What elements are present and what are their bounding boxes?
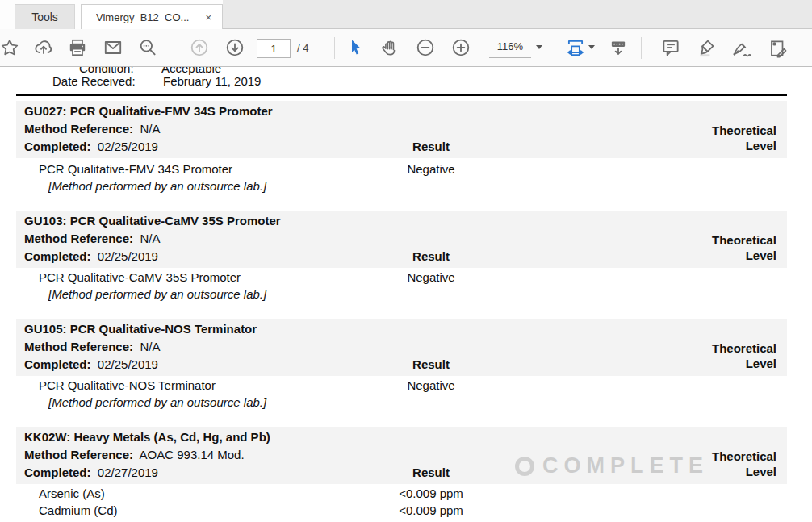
- method-reference-line: Method Reference: N/A: [24, 340, 160, 353]
- next-page-icon[interactable]: [224, 37, 245, 58]
- result-column-header: Result: [366, 249, 496, 263]
- analyte-name: PCR Qualitative-NOS Terminator: [39, 378, 216, 392]
- page-scrolling-icon[interactable]: [608, 37, 629, 58]
- zoom-out-icon[interactable]: [415, 37, 436, 58]
- section-header-gu105: GU105: PCR Qualitative-NOS Terminator Me…: [16, 319, 787, 376]
- close-icon[interactable]: ×: [203, 10, 214, 24]
- document-tab-title: Vimergy_B12_CO...: [96, 11, 203, 23]
- watermark-logo-icon: [515, 457, 534, 476]
- zoom-level-value: 116%: [489, 40, 531, 58]
- result-column-header: Result: [366, 140, 496, 153]
- outsource-note: [Method performed by an outsource lab.]: [48, 287, 266, 301]
- result-column-header: Result: [366, 357, 496, 371]
- method-reference-line: Method Reference: N/A: [24, 232, 160, 245]
- previous-page-icon[interactable]: [189, 37, 210, 58]
- hand-tool-icon[interactable]: [379, 37, 400, 58]
- theoretical-level-header: Theoretical Level: [712, 340, 776, 371]
- section-title: GU027: PCR Qualitative-FMV 34S Promoter: [24, 104, 273, 118]
- method-reference-line: Method Reference: AOAC 993.14 Mod.: [24, 448, 245, 461]
- fit-width-dropdown-icon[interactable]: [588, 45, 595, 49]
- theoretical-level-header: Theoretical Level: [712, 232, 776, 263]
- completed-line: Completed: 02/27/2019: [24, 466, 158, 479]
- section-title: GU105: PCR Qualitative-NOS Terminator: [24, 322, 257, 336]
- search-icon[interactable]: [137, 37, 158, 58]
- analyte-result: Negative: [366, 378, 496, 392]
- share-upload-icon[interactable]: [33, 37, 54, 58]
- tab-bar: Tools Vimergy_B12_CO... ×: [0, 0, 812, 29]
- comment-icon[interactable]: [660, 37, 681, 58]
- completed-line: Completed: 02/25/2019: [24, 140, 158, 153]
- tab-bar-fill: [223, 0, 812, 29]
- zoom-in-icon[interactable]: [450, 37, 471, 58]
- bookmark-star-icon[interactable]: [0, 37, 20, 58]
- tab-document[interactable]: Vimergy_B12_CO... ×: [81, 4, 223, 30]
- completed-line: Completed: 02/25/2019: [24, 357, 158, 371]
- method-reference-line: Method Reference: N/A: [24, 122, 160, 136]
- analyte-name: PCR Qualitative-CaMV 35S Promoter: [39, 270, 241, 284]
- result-column-header: Result: [366, 466, 496, 479]
- sign-pen-icon[interactable]: [731, 37, 752, 58]
- analyte-name: PCR Qualitative-FMV 34S Promoter: [39, 162, 232, 176]
- select-tool-icon[interactable]: [345, 37, 366, 58]
- toolbar-divider: [641, 37, 642, 59]
- date-received-label: Date Received:: [52, 74, 136, 88]
- completed-line: Completed: 02/25/2019: [24, 249, 158, 263]
- outsource-note: [Method performed by an outsource lab.]: [48, 395, 266, 409]
- outsource-note: [Method performed by an outsource lab.]: [48, 179, 266, 193]
- print-icon[interactable]: [67, 37, 88, 58]
- analyte-name: Arsenic (As): [39, 487, 105, 500]
- analyte-result: Negative: [366, 270, 496, 284]
- toolbar: / 4 116%: [0, 29, 812, 67]
- section-divider-rule: [16, 94, 787, 96]
- section-title: KK02W: Heavy Metals (As, Cd, Hg, and Pb): [24, 430, 270, 444]
- zoom-level-dropdown[interactable]: 116%: [489, 37, 546, 60]
- fit-width-icon[interactable]: [565, 37, 586, 58]
- toolbar-divider: [334, 37, 335, 59]
- section-header-gu027: GU027: PCR Qualitative-FMV 34S Promoter …: [16, 101, 787, 158]
- analyte-result: <0.009 ppm: [366, 503, 496, 517]
- theoretical-level-header: Theoretical Level: [712, 123, 776, 153]
- complete-watermark: COMPLETE: [515, 453, 709, 478]
- highlighter-icon[interactable]: [696, 37, 717, 58]
- section-title: GU103: PCR Qualitative-CaMV 35S Promoter: [24, 214, 281, 228]
- chevron-down-icon: [536, 45, 542, 49]
- page-count-label: / 4: [297, 42, 308, 54]
- analyte-result: Negative: [366, 162, 496, 176]
- email-icon[interactable]: [103, 37, 123, 58]
- page-number-input[interactable]: [257, 39, 291, 58]
- fill-and-sign-icon[interactable]: [767, 37, 788, 58]
- theoretical-level-header: Theoretical Level: [712, 449, 776, 479]
- analyte-name: Cadmium (Cd): [39, 503, 118, 517]
- section-header-gu103: GU103: PCR Qualitative-CaMV 35S Promoter…: [16, 211, 787, 268]
- analyte-result: <0.009 ppm: [366, 487, 496, 500]
- pdf-document-page: Condition: Acceptable Date Received: Feb…: [0, 67, 812, 522]
- tab-tools[interactable]: Tools: [15, 4, 75, 29]
- date-received-value: February 11, 2019: [163, 74, 261, 88]
